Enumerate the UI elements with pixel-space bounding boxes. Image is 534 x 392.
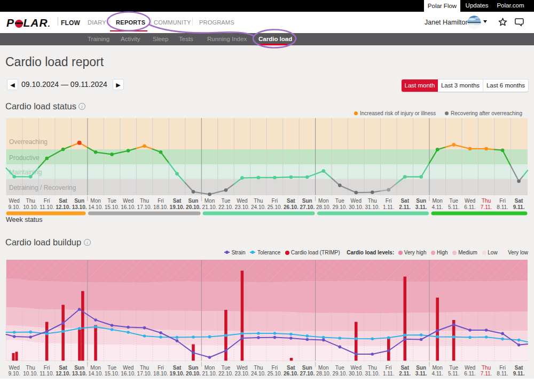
- svg-text:12.10.: 12.10.: [56, 204, 70, 210]
- svg-text:19.10.: 19.10.: [170, 204, 185, 210]
- svg-text:15.10.: 15.10.: [105, 371, 120, 377]
- svg-text:24.10.: 24.10.: [251, 371, 266, 377]
- svg-text:27.10.: 27.10.: [300, 204, 315, 210]
- svg-text:19.10.: 19.10.: [170, 371, 185, 377]
- svg-text:9.11.: 9.11.: [513, 204, 525, 210]
- svg-text:22.10.: 22.10.: [218, 371, 233, 377]
- svg-text:Sat: Sat: [173, 365, 182, 371]
- svg-text:16.10.: 16.10.: [121, 371, 136, 377]
- svg-text:Wed: Wed: [351, 198, 362, 204]
- svg-text:21.10.: 21.10.: [202, 371, 217, 377]
- svg-text:28.10.: 28.10.: [316, 204, 331, 210]
- svg-text:Mon: Mon: [432, 365, 442, 371]
- svg-text:Wed: Wed: [237, 365, 247, 371]
- svg-text:8.11.: 8.11.: [497, 371, 508, 377]
- svg-text:Mon: Mon: [205, 365, 215, 371]
- svg-text:29.10.: 29.10.: [332, 371, 347, 377]
- svg-text:Fri: Fri: [44, 365, 50, 371]
- svg-text:5.11.: 5.11.: [448, 371, 460, 377]
- svg-text:Mon: Mon: [90, 365, 100, 371]
- svg-text:Sun: Sun: [189, 365, 199, 371]
- svg-text:Tue: Tue: [335, 365, 344, 371]
- svg-text:Sun: Sun: [189, 198, 199, 204]
- svg-text:Tue: Tue: [107, 365, 116, 371]
- svg-text:25.10.: 25.10.: [267, 371, 282, 377]
- svg-text:8.11.: 8.11.: [497, 204, 508, 210]
- svg-text:13.10.: 13.10.: [72, 204, 87, 210]
- svg-text:Sat: Sat: [515, 365, 523, 371]
- svg-text:Thu: Thu: [482, 365, 491, 371]
- svg-text:24.10.: 24.10.: [251, 204, 266, 210]
- svg-text:Thu: Thu: [140, 198, 149, 204]
- svg-text:Wed: Wed: [465, 198, 475, 204]
- svg-text:Sun: Sun: [416, 198, 426, 204]
- svg-text:Wed: Wed: [9, 365, 20, 371]
- svg-text:12.10.: 12.10.: [56, 371, 70, 377]
- svg-text:Sat: Sat: [59, 198, 67, 204]
- svg-text:7.11.: 7.11.: [481, 371, 492, 377]
- svg-text:Thu: Thu: [254, 198, 263, 204]
- svg-text:Detraining / Recovering: Detraining / Recovering: [9, 184, 76, 191]
- svg-text:Thu: Thu: [368, 365, 377, 371]
- svg-text:30.10.: 30.10.: [349, 371, 364, 377]
- svg-text:23.10.: 23.10.: [234, 204, 249, 210]
- svg-text:20.10.: 20.10.: [186, 204, 201, 210]
- svg-text:Sat: Sat: [515, 198, 523, 204]
- svg-text:29.10.: 29.10.: [332, 204, 347, 210]
- svg-text:Mon: Mon: [432, 198, 442, 204]
- svg-text:Mon: Mon: [90, 198, 100, 204]
- svg-text:7.11.: 7.11.: [481, 204, 492, 210]
- svg-text:4.11.: 4.11.: [431, 204, 443, 210]
- svg-text:Thu: Thu: [368, 198, 377, 204]
- svg-text:14.10.: 14.10.: [88, 371, 103, 377]
- svg-text:Tue: Tue: [221, 365, 230, 371]
- svg-text:6.11.: 6.11.: [464, 371, 476, 377]
- svg-text:5.11.: 5.11.: [448, 204, 460, 210]
- svg-text:2.11.: 2.11.: [399, 204, 411, 210]
- svg-text:27.10.: 27.10.: [300, 371, 315, 377]
- svg-text:Sun: Sun: [416, 365, 426, 371]
- svg-text:21.10.: 21.10.: [202, 204, 217, 210]
- svg-text:Mon: Mon: [318, 198, 328, 204]
- svg-text:26.10.: 26.10.: [284, 371, 299, 377]
- svg-text:1.11.: 1.11.: [383, 204, 395, 210]
- svg-text:18.10.: 18.10.: [153, 204, 168, 210]
- svg-text:16.10.: 16.10.: [121, 204, 136, 210]
- svg-text:Fri: Fri: [44, 198, 50, 204]
- svg-text:31.10.: 31.10.: [365, 204, 380, 210]
- svg-text:Wed: Wed: [123, 365, 134, 371]
- svg-text:Fri: Fri: [158, 365, 164, 371]
- svg-text:Sat: Sat: [173, 198, 182, 204]
- svg-text:Fri: Fri: [499, 198, 506, 204]
- svg-text:Fri: Fri: [272, 365, 278, 371]
- svg-text:Fri: Fri: [499, 365, 506, 371]
- svg-text:Thu: Thu: [26, 198, 35, 204]
- svg-text:9.10.: 9.10.: [9, 371, 20, 377]
- svg-text:Sat: Sat: [287, 365, 295, 371]
- svg-text:Fri: Fri: [272, 198, 278, 204]
- svg-text:25.10.: 25.10.: [267, 204, 282, 210]
- svg-text:9.10.: 9.10.: [9, 204, 20, 210]
- svg-text:Productive: Productive: [9, 154, 40, 162]
- svg-text:Tue: Tue: [449, 198, 458, 204]
- svg-text:Wed: Wed: [351, 365, 362, 371]
- svg-text:26.10.: 26.10.: [284, 204, 299, 210]
- svg-text:18.10.: 18.10.: [153, 371, 168, 377]
- svg-text:Thu: Thu: [140, 365, 149, 371]
- svg-text:23.10.: 23.10.: [234, 371, 249, 377]
- svg-text:Sat: Sat: [400, 198, 409, 204]
- svg-text:9.11.: 9.11.: [513, 371, 525, 377]
- svg-text:Thu: Thu: [254, 365, 263, 371]
- svg-text:Mon: Mon: [205, 198, 215, 204]
- svg-text:Sat: Sat: [287, 198, 295, 204]
- svg-text:20.10.: 20.10.: [186, 371, 201, 377]
- svg-text:Thu: Thu: [26, 365, 35, 371]
- svg-text:4.11.: 4.11.: [431, 371, 443, 377]
- svg-text:17.10.: 17.10.: [137, 204, 152, 210]
- svg-text:22.10.: 22.10.: [218, 204, 233, 210]
- svg-text:Wed: Wed: [9, 198, 20, 204]
- svg-text:11.10.: 11.10.: [40, 371, 54, 377]
- svg-text:Fri: Fri: [158, 198, 164, 204]
- svg-text:Wed: Wed: [123, 198, 134, 204]
- svg-text:Tue: Tue: [335, 198, 344, 204]
